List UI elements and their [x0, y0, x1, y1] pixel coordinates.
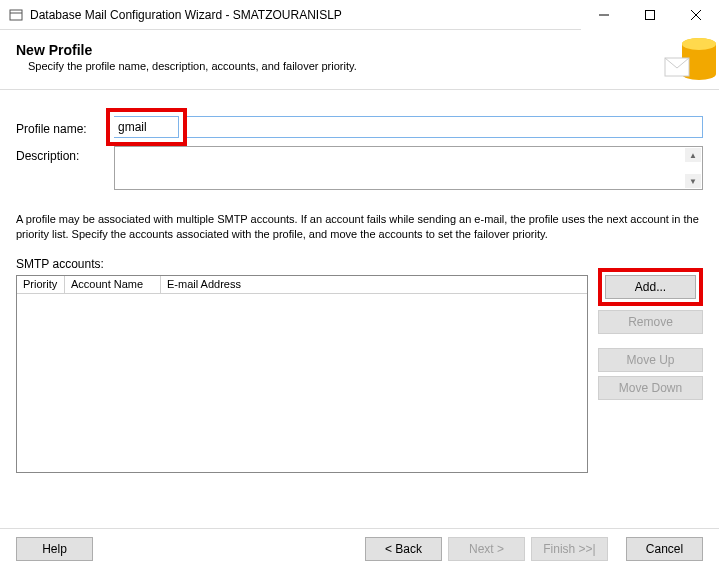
window-title: Database Mail Configuration Wizard - SMA…: [30, 8, 581, 22]
remove-button: Remove: [598, 310, 703, 334]
titlebar: Database Mail Configuration Wizard - SMA…: [0, 0, 719, 30]
database-icon: [659, 30, 719, 90]
description-row: Description: ▲ ▼: [16, 146, 703, 190]
profile-name-input-extend[interactable]: [187, 116, 703, 138]
profile-name-highlight: [106, 108, 187, 146]
smtp-accounts-table[interactable]: Priority Account Name E-mail Address: [16, 275, 588, 473]
svg-rect-0: [10, 10, 22, 20]
description-input[interactable]: ▲ ▼: [114, 146, 703, 190]
minimize-button[interactable]: [581, 0, 627, 30]
wizard-footer: Help < Back Next > Finish >>| Cancel: [0, 528, 719, 561]
maximize-button[interactable]: [627, 0, 673, 30]
profile-name-label: Profile name:: [16, 119, 114, 136]
finish-button: Finish >>|: [531, 537, 608, 561]
profile-name-input[interactable]: [114, 116, 179, 138]
scroll-up-icon[interactable]: ▲: [685, 148, 701, 162]
add-highlight: Add...: [598, 268, 703, 306]
help-button[interactable]: Help: [16, 537, 93, 561]
move-up-button: Move Up: [598, 348, 703, 372]
svg-rect-3: [646, 11, 655, 20]
description-label: Description:: [16, 146, 114, 163]
move-down-button: Move Down: [598, 376, 703, 400]
page-title: New Profile: [16, 42, 703, 58]
app-icon: [8, 7, 24, 23]
cancel-button[interactable]: Cancel: [626, 537, 703, 561]
svg-point-7: [682, 38, 716, 50]
scroll-down-icon[interactable]: ▼: [685, 174, 701, 188]
add-button[interactable]: Add...: [605, 275, 696, 299]
col-email-address[interactable]: E-mail Address: [161, 276, 587, 294]
wizard-header: New Profile Specify the profile name, de…: [0, 30, 719, 90]
info-text: A profile may be associated with multipl…: [16, 212, 703, 243]
close-button[interactable]: [673, 0, 719, 30]
profile-name-row: Profile name:: [16, 108, 703, 146]
col-account-name[interactable]: Account Name: [65, 276, 161, 294]
table-header-row: Priority Account Name E-mail Address: [17, 276, 587, 294]
col-priority[interactable]: Priority: [17, 276, 65, 294]
back-button[interactable]: < Back: [365, 537, 442, 561]
next-button: Next >: [448, 537, 525, 561]
page-subtitle: Specify the profile name, description, a…: [28, 60, 703, 72]
